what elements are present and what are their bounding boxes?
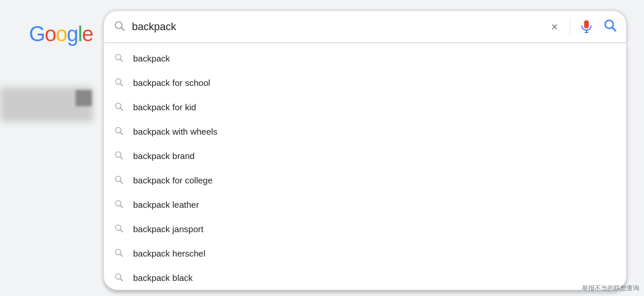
svg-line-8	[120, 84, 123, 86]
suggestion-search-icon-0	[113, 53, 124, 64]
svg-line-1	[121, 27, 124, 30]
suggestion-item[interactable]: backpack herschel	[104, 241, 626, 265]
logo-g: G	[29, 22, 45, 46]
suggestion-search-icon-5	[113, 175, 124, 186]
search-submit-icon[interactable]	[603, 18, 617, 35]
suggestion-search-icon-3	[113, 126, 124, 137]
suggestion-item[interactable]: backpack jansport	[104, 216, 626, 241]
search-container: ×	[103, 10, 627, 290]
logo-o2: o	[56, 22, 67, 46]
svg-line-6	[120, 59, 123, 62]
suggestion-item[interactable]: backpack brand	[104, 143, 626, 168]
svg-line-12	[120, 132, 123, 135]
svg-line-18	[120, 205, 123, 208]
suggestion-item[interactable]: backpack black	[104, 265, 626, 290]
dropdown-divider	[104, 43, 626, 44]
suggestion-text-1: backpack for school	[133, 78, 210, 88]
logo-o1: o	[45, 22, 56, 46]
suggestion-item[interactable]: backpack for college	[104, 168, 626, 192]
suggestions-dropdown: backpack backpack for school	[103, 43, 627, 290]
suggestion-item[interactable]: backpack	[104, 46, 626, 70]
svg-line-14	[120, 157, 123, 159]
page-background: Google ×	[0, 0, 644, 296]
watermark: 举报不当的联想查询	[582, 284, 639, 293]
suggestion-item[interactable]: backpack for kid	[104, 95, 626, 119]
suggestion-text-0: backpack	[133, 53, 170, 63]
search-input[interactable]	[132, 21, 549, 33]
suggestion-text-5: backpack for college	[133, 175, 213, 185]
svg-line-22	[120, 254, 123, 257]
svg-line-16	[120, 181, 123, 183]
suggestion-search-icon-7	[113, 223, 124, 234]
svg-line-20	[120, 230, 123, 232]
search-icon-left	[113, 20, 125, 34]
voice-search-button[interactable]	[579, 20, 593, 34]
sidebar-blur-square	[76, 90, 92, 106]
logo-e: e	[82, 22, 93, 46]
google-logo: Google	[29, 22, 93, 46]
suggestion-search-icon-6	[113, 199, 124, 210]
suggestion-text-9: backpack black	[133, 273, 193, 283]
suggestion-item[interactable]: backpack for school	[104, 70, 626, 95]
suggestion-item[interactable]: backpack with wheels	[104, 119, 626, 143]
suggestion-text-6: backpack leather	[133, 200, 199, 210]
suggestion-text-4: backpack brand	[133, 151, 195, 161]
clear-button[interactable]: ×	[549, 18, 560, 36]
suggestion-search-icon-4	[113, 150, 124, 161]
suggestion-search-icon-1	[113, 77, 124, 88]
search-bar: ×	[103, 10, 627, 43]
vertical-divider	[570, 19, 570, 35]
suggestion-text-2: backpack for kid	[133, 102, 196, 112]
suggestion-text-8: backpack herschel	[133, 248, 205, 258]
svg-line-10	[120, 108, 123, 110]
search-actions: ×	[549, 18, 617, 36]
suggestion-item[interactable]: backpack leather	[104, 192, 626, 216]
suggestion-search-icon-9	[113, 272, 124, 283]
suggestion-text-3: backpack with wheels	[133, 127, 217, 136]
suggestion-text-7: backpack jansport	[133, 224, 203, 234]
svg-line-4	[613, 28, 616, 31]
suggestion-search-icon-8	[113, 248, 124, 259]
svg-point-2	[585, 21, 588, 24]
svg-line-24	[120, 279, 123, 281]
logo-g2: g	[67, 22, 78, 46]
suggestion-search-icon-2	[113, 102, 124, 113]
